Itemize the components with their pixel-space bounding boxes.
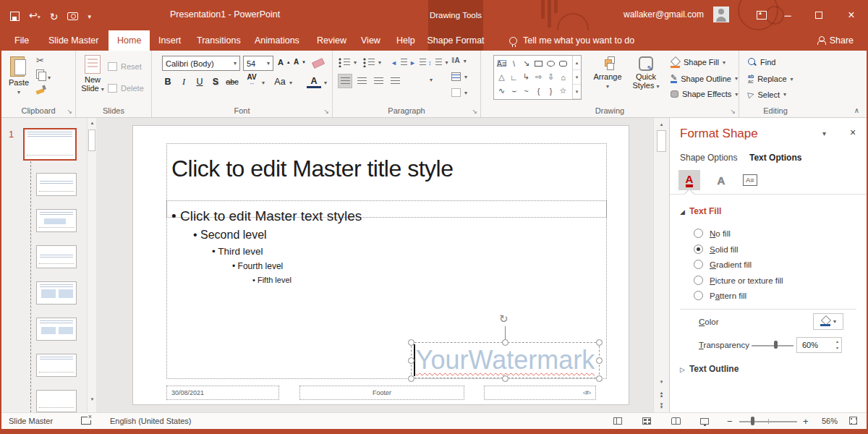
line-spacing-button[interactable]: ↕▾ [428,58,448,67]
rotation-handle[interactable]: ↻ [499,312,509,326]
collapse-ribbon-button[interactable]: ∧ [854,106,859,114]
layout-thumbnail[interactable] [36,318,77,341]
decrease-font-size-button[interactable]: A▾ [294,58,305,66]
change-case-dropdown[interactable]: ▾ [289,80,292,86]
transparency-slider-track[interactable] [752,345,793,346]
spinner-arrows[interactable]: ▴▾ [836,339,838,352]
undo-button[interactable]: ↩▾ [29,9,41,24]
paragraph-dialog-launcher[interactable]: ↘ [472,108,477,115]
customize-qat-button[interactable]: ▾ [88,10,91,23]
bold-button[interactable]: B [161,75,175,89]
clipboard-dialog-launcher[interactable]: ↘ [67,108,72,115]
shape-star[interactable]: ☆ [557,84,569,98]
font-size-combobox[interactable]: 54▾ [243,56,273,71]
transparency-spinner[interactable]: 60% ▴▾ [796,337,842,353]
resize-handle-n[interactable] [502,339,509,346]
shape-right-brace[interactable]: } [545,84,557,98]
pane-close-button[interactable]: × [850,127,856,138]
next-slide-button[interactable]: ▾▾ [657,401,666,410]
align-right-button[interactable] [371,74,386,88]
tell-me-box[interactable]: Tell me what you want to do [501,30,643,51]
close-button[interactable]: × [839,0,864,30]
shape-textbox[interactable]: A≡ [495,56,508,70]
scrollbar-thumb[interactable] [88,129,95,151]
master-slide-thumbnail[interactable] [23,128,77,161]
copy-button[interactable]: ▾ [36,69,51,81]
previous-slide-button[interactable]: ▴▴ [657,389,666,399]
clear-formatting-button[interactable] [312,59,324,68]
shape-triangle[interactable]: △ [495,70,508,84]
color-picker-button[interactable]: ▾ [813,313,843,330]
zoom-level[interactable]: 56% [822,417,838,425]
columns-button[interactable]: ▾ [409,77,433,83]
fit-to-window-button[interactable] [849,417,857,426]
shape-down-arrow[interactable]: ⇩ [545,70,557,84]
italic-button[interactable]: I [176,75,191,89]
canvas-scrollbar[interactable]: ▴ ▾ ▴▴ ▾▾ [653,118,669,412]
text-shadow-button[interactable]: S [208,75,223,89]
watermark-text[interactable]: YourWatermark [412,343,599,378]
resize-handle-e[interactable] [596,357,603,364]
pane-menu-dropdown[interactable]: ▾ [822,129,826,137]
status-language[interactable]: English (United States) [110,417,192,425]
fill-option-gradient-fill[interactable]: Gradient fill [694,260,752,269]
start-slideshow-icon[interactable] [67,12,78,20]
shape-left-brace[interactable]: { [532,84,545,98]
increase-font-size-button[interactable]: A▴ [278,58,289,67]
resize-handle-nw[interactable] [408,339,414,346]
fill-option-pattern-fill[interactable]: Pattern fill [694,291,746,300]
underline-button[interactable]: U [192,75,207,89]
resize-handle-w[interactable] [408,357,414,364]
resize-handle-se[interactable] [596,375,603,382]
text-effects-icon[interactable]: A [710,170,732,190]
zoom-out-button[interactable]: − [727,416,733,427]
shapes-scroll-up[interactable]: ▴ [573,56,581,70]
increase-indent-button[interactable]: ► [409,58,426,67]
replace-button[interactable]: abacReplace▾ [748,74,793,84]
delete-button[interactable]: Delete [108,84,144,93]
drawing-dialog-launcher[interactable]: ↘ [730,108,736,115]
shape-arc[interactable]: ⌣ [508,84,520,98]
shape-rectangle[interactable] [532,56,545,70]
reading-view-button[interactable] [671,417,681,426]
numbering-button[interactable]: ▾ [363,58,381,67]
ribbon-display-options-button[interactable] [749,0,774,30]
slideshow-view-button[interactable] [700,417,709,426]
font-color-dropdown[interactable]: ▾ [324,80,327,86]
layout-thumbnail[interactable] [36,390,77,412]
tab-animations[interactable]: Animations [246,30,308,51]
shape-line[interactable]: \ [508,56,520,70]
tab-file[interactable]: File [6,30,38,51]
shape-fill-button[interactable]: Shape Fill▾ [671,58,726,67]
textbox-options-icon[interactable]: A≡ [739,170,761,190]
slide-sorter-view-button[interactable] [642,417,651,426]
shapes-more-button[interactable]: ▾ [573,85,581,99]
resize-handle-ne[interactable] [596,339,603,346]
normal-view-button[interactable] [613,417,622,426]
share-button[interactable]: Share [817,30,854,51]
font-color-button[interactable]: A [307,75,321,88]
shape-oval[interactable] [545,56,557,70]
select-button[interactable]: ▷Select▾ [748,90,786,99]
shape-outline-button[interactable]: ✎Shape Outline▾ [671,74,738,83]
tab-home[interactable]: Home [109,30,150,51]
maximize-button[interactable] [807,0,831,30]
fill-option-solid-fill[interactable]: Solid fill [694,244,739,254]
convert-smartart-button[interactable]: ▾ [451,88,467,97]
scroll-down-button[interactable]: ▾ [657,377,666,386]
layout-thumbnail[interactable] [36,281,77,305]
align-center-button[interactable] [354,74,369,88]
cut-button[interactable]: ✂ [36,55,44,66]
tab-view[interactable]: View [352,30,389,51]
shape-rounded-rectangle[interactable] [557,56,569,70]
scroll-up-button[interactable]: ▴ [657,119,666,129]
shape-elbow-connector[interactable]: ∟ [508,70,520,84]
scrollbar-thumb[interactable] [657,130,666,152]
minimize-button[interactable]: ─ [775,0,800,30]
tab-slide-master[interactable]: Slide Master [40,30,107,51]
status-mode[interactable]: Slide Master [9,417,53,425]
fill-option-no-fill[interactable]: No fill [694,229,731,238]
tab-shape-format[interactable]: Shape Format [428,30,483,51]
shape-curve[interactable]: ~ [520,84,532,98]
align-left-button[interactable] [338,74,352,88]
